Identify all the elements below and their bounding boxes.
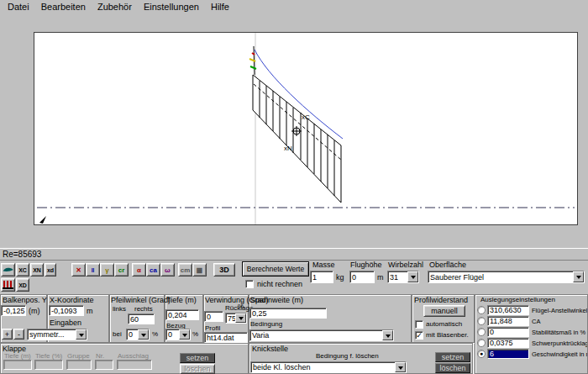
automatisch-label: automatisch	[426, 320, 462, 328]
cut-icon[interactable]: ✕	[71, 263, 86, 277]
cm-icon[interactable]: cm	[178, 263, 192, 277]
tiefe-input[interactable]: 0,204	[165, 309, 199, 320]
cr-icon[interactable]: cr	[114, 263, 129, 277]
balkenpos-input[interactable]: -0,125	[1, 305, 26, 316]
airfoil-icon	[3, 266, 13, 273]
klappe-setzen-button[interactable]: setzen	[180, 353, 215, 363]
knick-setzen-button[interactable]: setzen	[435, 352, 470, 362]
oberflaeche-select[interactable]: Sauberer Flügel	[428, 271, 585, 283]
menu-hilfe[interactable]: Hilfe	[205, 1, 235, 13]
klappe-header-gruppe: Gruppe	[67, 352, 90, 360]
gamma-icon[interactable]: γ	[100, 263, 114, 277]
span-bars-icon[interactable]: ‖	[86, 263, 100, 277]
auslegung-radio-stabilitaet[interactable]	[477, 328, 486, 336]
ruecklage-select[interactable]: 75	[225, 313, 247, 324]
xkoordinate-input[interactable]: -0,1093	[49, 305, 84, 316]
xkoordinate-title: X-Koordinate	[50, 296, 94, 304]
menu-datei[interactable]: Datei	[2, 1, 35, 13]
view-3d-button[interactable]: 3D	[213, 263, 235, 277]
masse-input[interactable]: 1	[310, 271, 333, 283]
xc-button[interactable]: XC	[16, 263, 29, 277]
auslegung-radio-geschwindigkeit[interactable]: ●	[477, 350, 486, 358]
xd-small-button[interactable]: xd	[45, 263, 56, 277]
ca-input[interactable]: 11,848	[487, 316, 529, 326]
balkenpos-minus-button[interactable]: -	[13, 329, 24, 340]
chevron-down-icon[interactable]	[138, 329, 149, 340]
menu-einstellungen[interactable]: Einstellungen	[138, 1, 205, 13]
klappe-header-tiefe-pct: Tiefe (%)	[35, 352, 62, 360]
bezug-select[interactable]: 0	[165, 329, 191, 340]
chevron-down-icon[interactable]	[179, 329, 190, 340]
blasen-checkbox[interactable]: ✓	[415, 331, 423, 340]
stabilitaet-input[interactable]: 0	[487, 327, 529, 337]
chevron-down-icon[interactable]	[382, 330, 393, 340]
profil-input[interactable]: ht14.dat	[204, 332, 248, 343]
chevron-down-icon[interactable]	[76, 329, 87, 340]
eingaben-select[interactable]: symmetr...	[27, 329, 87, 340]
chevron-down-icon[interactable]	[573, 271, 584, 282]
anstellwinkel-label: Flügel-Anstellwinkel in Grad	[532, 307, 587, 314]
chevron-down-icon[interactable]	[235, 313, 246, 323]
flughoehe-label: Flughöhe	[350, 261, 382, 269]
omega-icon[interactable]: ω	[160, 263, 175, 277]
menu-bar: Datei Bearbeiten Zubehör Einstellungen H…	[0, 0, 588, 13]
masse-unit: kg	[336, 273, 344, 282]
klappe-ausschlag-input	[117, 360, 152, 370]
alpha-icon[interactable]: α	[132, 263, 146, 277]
wirbelzahl-label: Wirbelzahl	[388, 261, 423, 269]
knick-loeschen-button[interactable]: löschen	[435, 363, 470, 373]
anstellwinkel-input[interactable]: 310,6630	[487, 305, 529, 315]
geschwindigkeit-input[interactable]: 6	[487, 349, 529, 359]
xd-upper-button[interactable]: XD	[16, 278, 29, 292]
automatisch-checkbox[interactable]	[415, 320, 423, 329]
grid-icon[interactable]: ▦	[192, 263, 207, 277]
wirbelzahl-select[interactable]: 31	[387, 271, 419, 283]
beam-button[interactable]	[1, 278, 15, 292]
spannweite-input[interactable]: 0,25	[249, 308, 327, 319]
tiefe-title: Tiefe (m)	[166, 296, 197, 304]
eingaben-label: Eingaben	[50, 319, 81, 327]
klappe-nr-input	[95, 360, 113, 370]
profil-label: Profil	[205, 324, 220, 332]
spannweite-title: Spannweite (m)	[250, 296, 303, 304]
re-statusbar: Re=85693	[0, 248, 588, 261]
bei-select[interactable]: 0	[126, 329, 150, 340]
chevron-down-icon[interactable]	[395, 362, 406, 372]
re-value: Re=85693	[3, 250, 41, 259]
pfeilwinkel-rechts-label[interactable]: rechts	[134, 305, 153, 313]
bei-value: 0	[127, 330, 138, 339]
ca-icon[interactable]: ca	[146, 263, 160, 277]
menu-bearbeiten[interactable]: Bearbeiten	[35, 1, 92, 13]
pfeilwinkel-input[interactable]: 60	[128, 313, 155, 324]
menu-zubehoer[interactable]: Zubehör	[92, 1, 138, 13]
oberflaeche-label: Oberfläche	[429, 261, 466, 269]
klappe-tiefe-m-input	[3, 360, 32, 370]
wirbelzahl-value: 31	[388, 273, 407, 282]
wing-outline	[253, 46, 341, 203]
bedingung-label: Bedingung	[250, 320, 282, 328]
drawing-canvas[interactable]: xC xN	[34, 32, 578, 225]
berechnete-werte-button[interactable]: Berechnete Werte	[242, 261, 309, 277]
schwerpunkt-input[interactable]: 0,0375	[487, 338, 529, 348]
auslegung-radio-schwerpunkt[interactable]	[477, 339, 486, 347]
chevron-down-icon[interactable]	[407, 271, 418, 282]
origin-arrow-icon	[39, 216, 46, 224]
klappe-header-ausschlag: Ausschlag	[118, 352, 149, 360]
ca-label: CA	[532, 318, 587, 325]
eingaben-value: symmetr...	[28, 330, 76, 339]
verwindung-input[interactable]: 0	[204, 311, 223, 322]
auslegung-radio-anstellwinkel[interactable]	[477, 306, 486, 314]
pfeilwinkel-links-label[interactable]: links	[113, 305, 126, 313]
geschwindigkeit-label: Geschwindigkeit in m/s	[532, 350, 587, 358]
bedingung-select[interactable]: Varia	[249, 329, 394, 341]
nicht-rechnen-checkbox[interactable]	[245, 280, 254, 288]
balkenpos-plus-button[interactable]: +	[2, 329, 13, 340]
airfoil-button[interactable]	[1, 263, 15, 277]
auslegung-radio-ca[interactable]	[477, 317, 486, 325]
manuell-button[interactable]: manuell	[423, 305, 465, 317]
flughoehe-input[interactable]: 0	[349, 271, 375, 283]
bedingung-value: Varia	[250, 331, 382, 340]
xn-button[interactable]: XN	[30, 263, 44, 277]
nicht-rechnen-label: nicht rechnen	[257, 280, 302, 288]
knick-bedingung-select[interactable]: beide Kl. löschen	[250, 361, 407, 373]
